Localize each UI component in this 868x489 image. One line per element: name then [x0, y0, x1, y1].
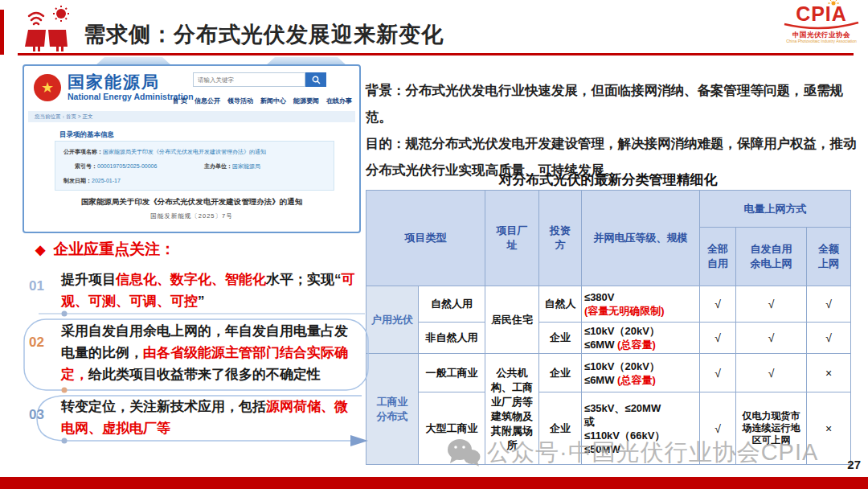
grid-note: (总容量): [617, 374, 656, 386]
header-mode-group: 电量上网方式: [700, 191, 851, 228]
cell-grid-r1: ≤380V(容量无明确限制): [582, 286, 700, 323]
grid-main: ≤10kV（20kV）: [584, 360, 697, 373]
cell-check: √: [736, 323, 807, 354]
cell-check: ×: [807, 354, 851, 392]
cell-investor-company: 企业: [539, 323, 582, 354]
cell-grid-r3: ≤10kV（20kV）≤6MW (总容量): [582, 354, 700, 392]
nav-item-online[interactable]: 在线办事: [326, 97, 352, 105]
cell-sub-natural: 自然人用: [419, 286, 485, 323]
nav-item-energy-news[interactable]: 能源要闻: [293, 97, 319, 105]
cpia-org-name: 中国光伏行业协会: [780, 31, 863, 39]
background-label: 背景：: [366, 83, 406, 97]
nea-website-screenshot: ★ 国家能源局 National Energy Administration 首…: [23, 64, 361, 233]
field-date-value: 2025-01-17: [92, 178, 121, 183]
header-project-type: 项目类型: [366, 191, 485, 286]
nav-item-leaders[interactable]: 领导活动: [227, 97, 253, 105]
focus-item-number: 01: [29, 278, 44, 294]
title-underline: [18, 53, 854, 55]
focus-item-text: 转变定位，关注新技术应用，包括源网荷储、微电网、虚拟电厂等: [61, 396, 357, 439]
nea-search-box: [193, 72, 326, 87]
info-box: 公开事项名称：国家能源局关于印发《分布式光伏发电开发建设管理办法》的通知 索引号…: [55, 141, 334, 191]
grid-main: ≤380V: [584, 290, 697, 304]
search-icon: [312, 76, 321, 84]
cell-check: √: [736, 286, 807, 323]
focus-item-number: 03: [29, 407, 44, 423]
solar-panel-icon: [23, 5, 72, 56]
field-date-label: 制发日期：: [63, 178, 92, 183]
classification-table: 项目类型 项目厂 址 投资 方 并网电压等级、规模 电量上网方式 全部 自用 自…: [366, 190, 851, 465]
left-accent-bar: [0, 10, 4, 55]
field-org-value: 国家能源局: [232, 163, 260, 169]
nav-item-home[interactable]: 首 页: [173, 97, 187, 105]
grid-main: ≤10kV（20kV）: [584, 324, 697, 338]
cell-investor-company: 企业: [539, 354, 582, 392]
cell-check: √: [700, 323, 736, 354]
grid-main: ≤6MW: [584, 374, 617, 386]
cell-grid-r2: ≤10kV（20kV）≤6MW (总容量): [582, 323, 700, 354]
field-name-value: 国家能源局关于印发《分布式光伏发电开发建设管理办法》的通知: [103, 149, 266, 154]
header-mode-self: 全部 自用: [700, 228, 736, 286]
focus-text-segment: 水平；实现“: [266, 272, 342, 287]
cell-category-commercial: 工商业 分布式: [366, 354, 419, 465]
search-button[interactable]: [305, 72, 326, 87]
cell-sub-nonnatural: 非自然人用: [419, 323, 485, 354]
cell-check: √: [700, 286, 736, 323]
page-number: 27: [847, 458, 861, 471]
field-index-value: 000019705/2025-00006: [97, 163, 157, 169]
cell-check: √: [807, 323, 851, 354]
search-input[interactable]: [193, 72, 305, 87]
field-index: 索引号：000019705/2025-00006: [75, 162, 157, 171]
cpia-logo: CPIA 中国光伏行业协会 China Photovoltaic Industr…: [780, 3, 863, 43]
field-org-label: 主办单位：: [204, 163, 232, 169]
nea-nav: 首 页 信息公开 领导活动 新闻中心 能源要闻 在线办事: [24, 97, 352, 105]
header-mode-full: 全额 上网: [807, 228, 851, 286]
cell-site-residential: 居民住宅: [485, 286, 539, 354]
header-site: 项目厂 址: [485, 191, 539, 286]
page-title: 需求侧：分布式光伏发展迎来新变化: [84, 20, 444, 49]
header-grid-voltage: 并网电压等级、规模: [582, 191, 700, 286]
cpia-acronym: CPIA: [780, 3, 863, 24]
focus-heading: ◆企业应重点关注：: [35, 239, 175, 260]
cell-investor-natural: 自然人: [539, 286, 582, 323]
focus-item-text: 采用自发自用余电上网的，年自发自用电量占发电量的比例，由各省级能源主管部门结合实…: [61, 320, 357, 385]
watermark: 公众号·中国光伏行业协会CPIA: [447, 437, 818, 469]
header-investor: 投资 方: [539, 191, 582, 286]
focus-text-segment: 提升项目: [61, 272, 116, 287]
wechat-icon: [447, 438, 481, 467]
background-text: 分布式光伏发电行业快速发展，但面临接网消纳、备案管理等问题，亟需规范。: [366, 83, 843, 124]
nea-org-name: 国家能源局: [68, 71, 160, 93]
breadcrumb: 您当前位置：首页 > 正文: [28, 111, 355, 122]
slide: 需求侧：分布式光伏发展迎来新变化 CPIA 中国光伏行业协会 China Pho…: [0, 0, 868, 489]
focus-item-text: 提升项目信息化、数字化、智能化水平；实现“可观、可测、可调、可控”: [61, 269, 357, 312]
field-name: 公开事项名称：国家能源局关于印发《分布式光伏发电开发建设管理办法》的通知: [63, 148, 266, 156]
cell-category-household: 户用光伏: [366, 286, 419, 354]
focus-text-segment: 转变定位，关注新技术应用，包括: [61, 399, 266, 414]
watermark-text: 公众号·中国光伏行业协会CPIA: [487, 437, 818, 469]
header-mode-surplus: 自发自用 余电上网: [736, 228, 807, 286]
cell-sub-general: 一般工商业: [419, 354, 485, 392]
grid-note: (容量无明确限制): [584, 304, 697, 318]
cell-check: √: [736, 354, 807, 392]
grid-main: ≤6MW: [584, 339, 617, 351]
focus-text-segment: ”: [198, 294, 205, 309]
focus-item-number: 02: [29, 335, 44, 351]
field-name-label: 公开事项名称：: [63, 149, 103, 154]
cell-check: √: [807, 286, 851, 323]
document-title: 国家能源局关于印发《分布式光伏发电开发建设管理办法》的通知: [24, 197, 359, 208]
footer-red-bar: [0, 477, 868, 489]
focus-text-segment: 给此类项目收益带来了很多的不确定性: [88, 367, 321, 382]
nav-item-news[interactable]: 新闻中心: [260, 97, 286, 105]
cpia-sun-icon: [828, 0, 839, 6]
table-title: 对分布式光伏的最新分类管理精细化: [366, 171, 850, 189]
field-org: 主办单位：国家能源局: [204, 162, 260, 171]
grid-note: (总容量): [617, 339, 656, 351]
focus-heading-text: 企业应重点关注：: [53, 240, 175, 257]
cpia-org-name-en: China Photovoltaic Industry Association: [780, 39, 863, 43]
nav-item-info[interactable]: 信息公开: [194, 97, 220, 105]
document-number: 国能发新能规〔2025〕7号: [24, 212, 359, 220]
purpose-label: 目的：: [366, 136, 406, 150]
field-index-label: 索引号：: [75, 163, 97, 169]
info-section-title: 目录项的基本信息: [59, 130, 114, 140]
diamond-icon: ◆: [35, 243, 45, 257]
intro-paragraph: 背景：分布式光伏发电行业快速发展，但面临接网消纳、备案管理等问题，亟需规范。 目…: [366, 77, 862, 183]
